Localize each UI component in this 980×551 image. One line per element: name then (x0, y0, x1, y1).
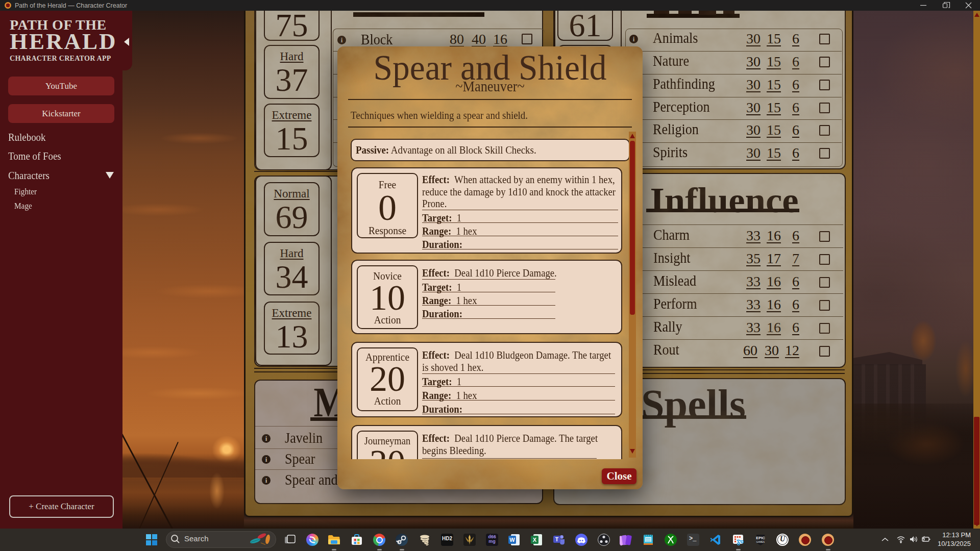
svg-text:T: T (555, 536, 559, 542)
svg-text:GAMES: GAMES (756, 541, 765, 543)
svg-text:W: W (509, 537, 515, 543)
svg-text:EPIC: EPIC (756, 536, 765, 540)
svg-text:X: X (533, 537, 537, 543)
